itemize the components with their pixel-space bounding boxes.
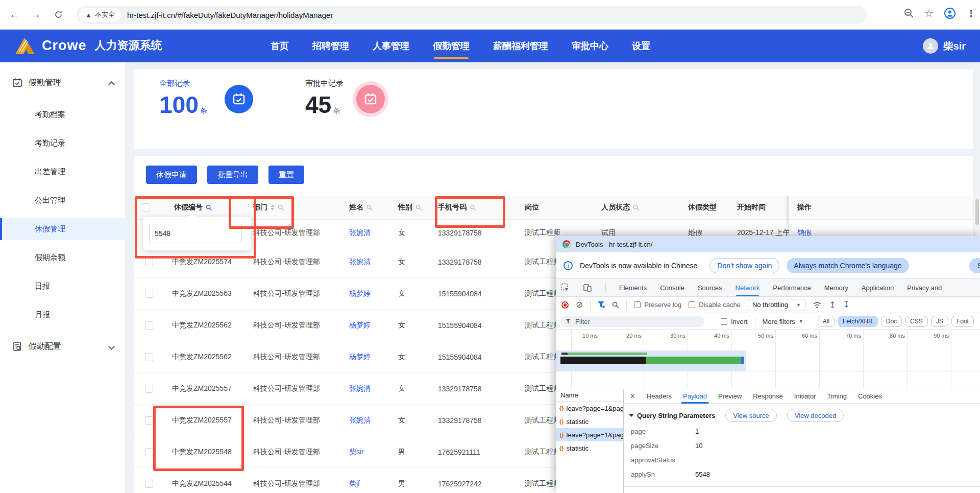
column-header-type[interactable]: 休假类型 xyxy=(680,196,729,219)
select-all-checkbox[interactable] xyxy=(142,203,150,212)
filter-chip-doc[interactable]: Doc xyxy=(881,316,902,327)
detail-tab-timing[interactable]: Timing xyxy=(827,389,847,404)
filter-input[interactable] xyxy=(149,224,242,243)
disable-cache-checkbox[interactable]: Disable cache xyxy=(689,301,741,309)
search-icon[interactable] xyxy=(206,204,212,211)
detail-tab-initiator[interactable]: Initiator xyxy=(794,389,816,404)
search-icon[interactable] xyxy=(415,204,422,211)
nav-item-0[interactable]: 首页 xyxy=(271,30,289,62)
request-row[interactable]: {}statistic xyxy=(556,441,623,455)
import-har-icon[interactable]: ↥ xyxy=(829,300,836,310)
row-checkbox[interactable] xyxy=(145,480,153,488)
sidebar-item-5[interactable]: 假期余额 xyxy=(0,246,125,269)
devtools-tab-network[interactable]: Network xyxy=(736,279,760,297)
clear-icon[interactable]: ⊘ xyxy=(576,299,583,310)
more-filters-dropdown[interactable]: More filters▼ xyxy=(763,318,803,325)
devtools-tab-console[interactable]: Console xyxy=(660,279,684,297)
filter-chip-font[interactable]: Font xyxy=(951,316,974,327)
apply-leave-button[interactable]: 休假申请 xyxy=(146,166,197,184)
filter-chip-all[interactable]: All xyxy=(818,316,835,327)
employee-link[interactable]: 张婉清 xyxy=(349,416,371,425)
row-checkbox[interactable] xyxy=(145,258,153,266)
filter-chip-css[interactable]: CSS xyxy=(905,316,928,327)
column-header-status[interactable]: 人员状态 xyxy=(593,196,680,219)
device-toolbar-icon[interactable] xyxy=(583,283,592,292)
employee-link[interactable]: 杨梦婷 xyxy=(349,321,371,330)
forward-icon[interactable]: → xyxy=(29,7,43,21)
detail-tab-cookies[interactable]: Cookies xyxy=(858,389,882,404)
row-checkbox[interactable] xyxy=(145,353,153,361)
employee-link[interactable]: 柴jf xyxy=(349,479,360,488)
url-text[interactable]: hr-test.zjf-it.cn/#/fakeDuty/fakeDutyMan… xyxy=(127,11,333,19)
sidebar-group-holiday-config[interactable]: 假勤配置 xyxy=(0,332,125,361)
sidebar-group-holiday-mgmt[interactable]: 假勤管理 xyxy=(0,68,125,97)
filter-chip-js[interactable]: JS xyxy=(931,316,948,327)
zoom-out-icon[interactable] xyxy=(904,8,914,18)
network-timeline[interactable]: 10 ms20 ms30 ms40 ms50 ms60 ms70 ms80 ms… xyxy=(556,330,980,389)
request-row[interactable]: {}leave?page=1&pageSi… xyxy=(556,402,623,415)
inspect-icon[interactable] xyxy=(560,283,570,292)
employee-link[interactable]: 柴sir xyxy=(349,448,364,457)
row-checkbox[interactable] xyxy=(145,290,153,298)
employee-link[interactable]: 杨梦婷 xyxy=(349,289,371,298)
query-string-section-title[interactable]: Query String Parameters xyxy=(629,412,715,419)
checkbox[interactable] xyxy=(721,318,727,325)
filter-chip-fetch-xhr[interactable]: Fetch/XHR xyxy=(838,316,878,327)
sidebar-item-1[interactable]: 考勤记录 xyxy=(0,132,125,154)
column-header-phone[interactable]: 手机号码 xyxy=(430,196,517,219)
row-checkbox[interactable] xyxy=(145,416,153,425)
search-icon[interactable] xyxy=(470,204,476,211)
back-icon[interactable]: ← xyxy=(7,7,21,21)
column-header-post[interactable]: 岗位 xyxy=(517,196,593,219)
sidebar-item-4[interactable]: 休假管理 xyxy=(0,218,125,240)
nav-item-5[interactable]: 审批中心 xyxy=(572,30,608,62)
row-checkbox[interactable] xyxy=(145,321,153,330)
search-icon[interactable] xyxy=(366,204,373,211)
infobar-partial-button[interactable]: S xyxy=(969,258,980,273)
security-chip[interactable]: ▲︎ 不安全 xyxy=(79,8,121,22)
devtools-titlebar[interactable]: DevTools - hr-test.zjf-it.cn/ xyxy=(556,236,980,252)
preserve-log-checkbox[interactable]: Preserve log xyxy=(634,301,681,309)
checkbox[interactable] xyxy=(634,301,641,308)
network-conditions-icon[interactable] xyxy=(813,301,822,309)
column-header-dept[interactable]: 部门 xyxy=(245,196,341,219)
kebab-menu-icon[interactable]: ⋮ xyxy=(966,8,976,19)
row-checkbox[interactable] xyxy=(145,448,153,456)
checkbox[interactable] xyxy=(689,301,695,308)
nav-item-1[interactable]: 招聘管理 xyxy=(312,30,349,62)
detail-tab-headers[interactable]: Headers xyxy=(647,389,672,404)
sort-icons[interactable] xyxy=(271,204,275,210)
column-header-checkbox[interactable] xyxy=(134,196,166,219)
employee-link[interactable]: 张婉清 xyxy=(349,228,371,238)
dont-show-again-button[interactable]: Don't show again xyxy=(709,258,779,273)
match-language-button[interactable]: Always match Chrome's language xyxy=(787,258,909,273)
reset-button[interactable]: 重置 xyxy=(268,166,304,184)
sidebar-item-2[interactable]: 出差管理 xyxy=(0,160,125,183)
employee-link[interactable]: 张婉清 xyxy=(349,257,371,267)
column-header-name[interactable]: 姓名 xyxy=(341,196,390,219)
search-icon[interactable] xyxy=(633,204,640,211)
column-header-action[interactable]: 操作 xyxy=(789,196,973,219)
detail-tab-preview[interactable]: Preview xyxy=(718,389,742,404)
export-har-icon[interactable]: ↧ xyxy=(843,300,849,310)
search-icon[interactable] xyxy=(278,204,284,211)
nav-item-2[interactable]: 人事管理 xyxy=(373,30,409,62)
invert-checkbox[interactable]: Invert xyxy=(721,318,748,325)
table-scrollbar[interactable] xyxy=(974,196,980,236)
address-bar[interactable]: ▲︎ 不安全 hr-test.zjf-it.cn/#/fakeDuty/fake… xyxy=(77,6,867,24)
filter-funnel-icon[interactable] xyxy=(598,301,605,308)
record-icon[interactable] xyxy=(561,301,569,309)
column-header-gender[interactable]: 性别 xyxy=(390,196,430,219)
employee-link[interactable]: 张婉清 xyxy=(349,384,371,393)
sidebar-item-7[interactable]: 月报 xyxy=(0,303,125,326)
sidebar-item-0[interactable]: 考勤档案 xyxy=(0,103,125,126)
batch-export-button[interactable]: 批量导出 xyxy=(207,166,258,184)
bookmark-star-icon[interactable]: ☆ xyxy=(924,7,934,19)
view-decoded-button[interactable]: View decoded xyxy=(787,409,844,422)
devtools-tab-elements[interactable]: Elements xyxy=(619,279,647,297)
nav-user[interactable]: 柴sir xyxy=(923,30,966,62)
request-row[interactable]: {}statistic xyxy=(556,415,623,428)
column-header-sn[interactable]: 休假编号 xyxy=(166,196,245,219)
request-row[interactable]: {}leave?page=1&pageSi… xyxy=(556,428,623,441)
view-source-button[interactable]: View source xyxy=(725,409,777,422)
